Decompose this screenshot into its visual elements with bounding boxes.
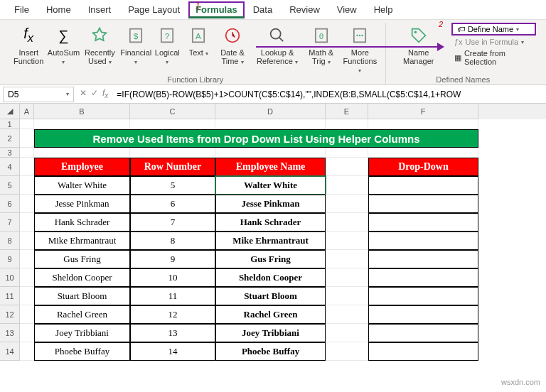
cell[interactable] — [20, 232, 34, 250]
cell-dropdown[interactable] — [368, 250, 478, 268]
menu-page-layout[interactable]: Page Layout — [119, 1, 188, 18]
date-time-button[interactable]: Date & Time ▾ — [215, 23, 250, 67]
cell[interactable] — [326, 305, 368, 324]
cell-employee[interactable]: Phoebe Buffay — [34, 342, 130, 361]
cell[interactable] — [20, 268, 34, 287]
financial-button[interactable]: $ Financial ▾ — [121, 23, 151, 67]
cell[interactable] — [368, 119, 478, 129]
col-header-c[interactable]: C — [130, 104, 215, 119]
cell[interactable] — [20, 287, 34, 305]
more-functions-button[interactable]: More Functions ▾ — [339, 23, 380, 76]
sheet-title[interactable]: Remove Used Items from Drop Down List Us… — [34, 129, 478, 148]
cell[interactable] — [326, 195, 368, 213]
cell[interactable] — [326, 148, 368, 158]
cell[interactable] — [20, 250, 34, 268]
cell[interactable] — [130, 148, 215, 158]
cell-employee-name[interactable]: Rachel Green — [215, 305, 326, 324]
row-header-5[interactable]: 5 — [0, 176, 20, 195]
row-header-2[interactable]: 2 — [0, 129, 20, 148]
col-header-a[interactable]: A — [20, 104, 34, 119]
col-header-e[interactable]: E — [326, 104, 368, 119]
cell[interactable] — [326, 213, 368, 232]
cell[interactable] — [20, 213, 34, 232]
cell[interactable] — [20, 119, 34, 129]
cell-dropdown[interactable] — [368, 213, 478, 232]
row-header-1[interactable]: 1 — [0, 119, 20, 129]
cell[interactable] — [20, 324, 34, 342]
cell-employee-name[interactable]: Joey Tribbiani — [215, 324, 326, 342]
cell[interactable] — [34, 148, 130, 158]
cell-row-number[interactable]: 10 — [130, 268, 215, 287]
row-header-3[interactable]: 3 — [0, 148, 20, 158]
define-name-button[interactable]: 🏷 Define Name ▾ — [451, 23, 536, 36]
row-header-8[interactable]: 8 — [0, 232, 20, 250]
cell-row-number[interactable]: 13 — [130, 324, 215, 342]
cell-employee-name[interactable]: Mike Ehrmantraut — [215, 232, 326, 250]
menu-help[interactable]: Help — [365, 1, 402, 18]
menu-view[interactable]: View — [328, 1, 365, 18]
cell-employee-name[interactable]: Stuart Bloom — [215, 287, 326, 305]
cell[interactable] — [326, 176, 368, 195]
col-header-f[interactable]: F — [368, 104, 478, 119]
formula-input[interactable]: =IF(ROW(B5)-ROW(B$5)+1>COUNT(C$5:C$14),"… — [114, 88, 546, 101]
cell-row-number[interactable]: 8 — [130, 232, 215, 250]
cell[interactable] — [20, 305, 34, 324]
cell[interactable] — [20, 195, 34, 213]
cell[interactable] — [368, 148, 478, 158]
header-employee-name[interactable]: Employee Name — [215, 158, 326, 176]
cell-employee[interactable]: Jesse Pinkman — [34, 195, 130, 213]
cell-dropdown[interactable] — [368, 342, 478, 361]
enter-icon[interactable]: ✓ — [91, 88, 98, 99]
cell[interactable] — [215, 148, 326, 158]
header-employee[interactable]: Employee — [34, 158, 130, 176]
row-header-13[interactable]: 13 — [0, 324, 20, 342]
cell-dropdown[interactable] — [368, 268, 478, 287]
menu-file[interactable]: File — [6, 1, 38, 18]
cell-employee-name[interactable]: Phoebe Buffay — [215, 342, 326, 361]
row-header-10[interactable]: 10 — [0, 268, 20, 287]
menu-insert[interactable]: Insert — [80, 1, 120, 18]
cell-employee[interactable]: Sheldon Cooper — [34, 268, 130, 287]
cell-row-number[interactable]: 11 — [130, 287, 215, 305]
cell-employee[interactable]: Gus Fring — [34, 250, 130, 268]
logical-button[interactable]: ? Logical ▾ — [152, 23, 182, 67]
name-box[interactable]: D5 ▾ — [3, 87, 74, 102]
menu-home[interactable]: Home — [38, 1, 80, 18]
cell-employee[interactable]: Hank Schrader — [34, 213, 130, 232]
cell[interactable] — [20, 342, 34, 361]
lookup-reference-button[interactable]: Lookup & Reference ▾ — [252, 23, 304, 67]
cell[interactable] — [326, 232, 368, 250]
cell[interactable] — [326, 268, 368, 287]
cell[interactable] — [326, 158, 368, 176]
cancel-icon[interactable]: ✕ — [80, 88, 87, 99]
row-header-11[interactable]: 11 — [0, 287, 20, 305]
cell-row-number[interactable]: 9 — [130, 250, 215, 268]
cell[interactable] — [326, 287, 368, 305]
row-header-4[interactable]: 4 — [0, 158, 20, 176]
cell-dropdown[interactable] — [368, 305, 478, 324]
cell[interactable] — [326, 250, 368, 268]
insert-function-button[interactable]: fx Insert Function — [10, 23, 47, 67]
header-row-number[interactable]: Row Number — [130, 158, 215, 176]
row-header-6[interactable]: 6 — [0, 195, 20, 213]
recently-used-button[interactable]: Recently Used ▾ — [80, 23, 119, 67]
row-header-7[interactable]: 7 — [0, 213, 20, 232]
cell-employee[interactable]: Stuart Bloom — [34, 287, 130, 305]
cell[interactable] — [20, 148, 34, 158]
cell-employee[interactable]: Mike Ehrmantraut — [34, 232, 130, 250]
math-trig-button[interactable]: θ Math & Trig ▾ — [304, 23, 338, 67]
cell-employee-name[interactable]: Gus Fring — [215, 250, 326, 268]
create-from-selection-button[interactable]: ▦ Create from Selection — [451, 48, 536, 67]
cell[interactable] — [34, 119, 130, 129]
cell-employee-name[interactable]: Walter White — [215, 176, 326, 195]
text-button[interactable]: A Text ▾ — [183, 23, 213, 59]
menu-data[interactable]: Data — [245, 1, 281, 18]
cell[interactable] — [326, 324, 368, 342]
grid-body[interactable]: Remove Used Items from Drop Down List Us… — [20, 119, 546, 361]
col-header-d[interactable]: D — [215, 104, 326, 119]
row-header-12[interactable]: 12 — [0, 305, 20, 324]
col-header-b[interactable]: B — [34, 104, 130, 119]
cell-dropdown[interactable] — [368, 176, 478, 195]
cell[interactable] — [20, 129, 34, 148]
cell-employee-name[interactable]: Jesse Pinkman — [215, 195, 326, 213]
